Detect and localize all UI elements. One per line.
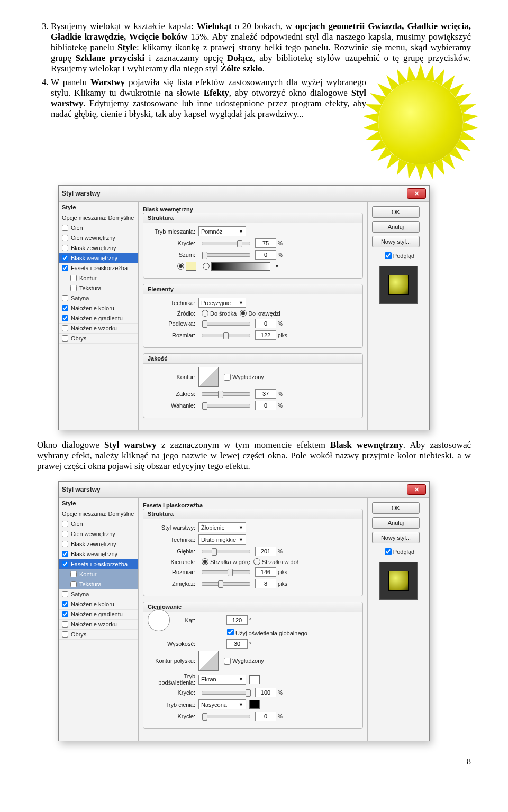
checkbox-icon[interactable]	[62, 531, 68, 537]
style-item[interactable]: Cień wewnętrzny	[59, 529, 138, 539]
cancel-button[interactable]: Anuluj	[372, 517, 420, 529]
checkbox-icon[interactable]	[62, 225, 68, 231]
style-item[interactable]: Nałożenie gradientu	[59, 610, 138, 620]
color-swatch[interactable]	[186, 262, 196, 271]
new-style-button[interactable]: Nowy styl...	[372, 532, 420, 543]
checkbox-icon[interactable]	[62, 541, 68, 547]
chevron-down-icon[interactable]: ▼	[275, 264, 279, 269]
checkbox-icon[interactable]	[62, 295, 68, 301]
size-slider[interactable]	[202, 334, 250, 337]
blend-mode-select[interactable]: Pomnóż▼	[198, 226, 246, 236]
opacity-slider[interactable]	[202, 242, 250, 245]
checkbox-icon[interactable]	[70, 275, 77, 281]
range-input[interactable]	[255, 389, 276, 399]
checkbox-icon[interactable]	[70, 285, 77, 291]
checkbox-icon[interactable]	[62, 601, 68, 607]
highlight-opacity-input[interactable]	[255, 688, 276, 697]
size-input[interactable]	[255, 567, 276, 577]
style-item[interactable]: Cień wewnętrzny	[59, 233, 138, 243]
shadow-mode-select[interactable]: Nasycona▼	[198, 699, 246, 709]
style-subitem[interactable]: Tekstura	[59, 283, 138, 293]
checkbox-icon[interactable]	[62, 265, 68, 271]
checkbox-icon[interactable]	[62, 245, 68, 251]
shadow-color-swatch[interactable]	[249, 700, 260, 709]
checkbox-icon[interactable]	[62, 551, 68, 557]
new-style-button[interactable]: Nowy styl...	[372, 236, 420, 247]
checkbox-icon[interactable]	[70, 571, 77, 577]
checkbox-icon[interactable]	[62, 315, 68, 321]
checkbox-icon[interactable]	[62, 335, 68, 342]
depth-slider[interactable]	[202, 550, 250, 553]
style-item[interactable]: Cień	[59, 519, 138, 529]
style-item[interactable]: Satyna	[59, 589, 138, 599]
angle-widget[interactable]	[148, 609, 170, 631]
checkbox-icon[interactable]	[62, 521, 68, 527]
checkbox-icon[interactable]	[70, 581, 77, 587]
radio-gradient[interactable]	[203, 263, 210, 270]
style-subitem[interactable]: Tekstura	[59, 579, 138, 589]
preview-checkbox[interactable]	[385, 548, 392, 555]
style-item[interactable]: Nałożenie wzorku	[59, 620, 138, 630]
range-slider[interactable]	[202, 392, 250, 396]
ok-button[interactable]: OK	[372, 206, 420, 218]
size-input[interactable]	[255, 330, 276, 340]
highlight-mode-select[interactable]: Ekran▼	[198, 675, 246, 685]
style-item[interactable]: Blask zewnętrzny	[59, 539, 138, 549]
style-item[interactable]: Nałożenie koloru	[59, 303, 138, 313]
gloss-contour-picker[interactable]	[198, 651, 219, 671]
preview-checkbox[interactable]	[385, 252, 392, 259]
checkbox-icon[interactable]	[62, 561, 68, 567]
gradient-bar[interactable]	[211, 262, 270, 271]
shadow-opacity-input[interactable]	[255, 712, 276, 721]
highlight-color-swatch[interactable]	[249, 675, 260, 684]
checkbox-icon[interactable]	[62, 235, 68, 241]
style-item[interactable]: Blask zewnętrzny	[59, 243, 138, 253]
radio-solid[interactable]	[177, 263, 184, 270]
close-icon[interactable]: ✕	[407, 188, 426, 199]
shadow-opacity-slider[interactable]	[202, 715, 250, 718]
altitude-input[interactable]	[226, 639, 248, 649]
radio-up[interactable]	[202, 558, 208, 565]
checkbox-icon[interactable]	[62, 631, 68, 638]
radio-edge[interactable]	[240, 310, 247, 317]
antialias-checkbox[interactable]	[224, 658, 231, 665]
jitter-slider[interactable]	[202, 404, 250, 408]
style-item[interactable]: Opcje mieszania: Domyślne	[59, 213, 138, 223]
titlebar[interactable]: Styl warstwy ✕	[59, 482, 429, 498]
depth-input[interactable]	[255, 547, 276, 556]
checkbox-icon[interactable]	[62, 611, 68, 617]
technique-select[interactable]: Dłuto miękkie▼	[198, 534, 246, 545]
radio-center[interactable]	[202, 310, 208, 317]
bevel-style-select[interactable]: Żłobienie▼	[198, 522, 246, 532]
style-subitem[interactable]: Kontur	[59, 273, 138, 283]
style-item-selected[interactable]: Faseta i płaskorzeźba	[59, 559, 138, 569]
contour-picker[interactable]	[198, 367, 219, 387]
style-item[interactable]: Obrys	[59, 630, 138, 640]
highlight-opacity-slider[interactable]	[202, 691, 250, 695]
style-subitem[interactable]: Kontur	[59, 569, 138, 579]
style-item[interactable]: Satyna	[59, 293, 138, 303]
style-item[interactable]: Nałożenie gradientu	[59, 313, 138, 324]
angle-input[interactable]	[226, 615, 248, 625]
style-item[interactable]: Cień	[59, 223, 138, 233]
checkbox-icon[interactable]	[62, 621, 68, 628]
soften-slider[interactable]	[202, 582, 250, 586]
style-item-selected[interactable]: Blask wewnętrzny	[59, 253, 138, 263]
checkbox-icon[interactable]	[62, 591, 68, 597]
soften-input[interactable]	[255, 579, 276, 588]
cancel-button[interactable]: Anuluj	[372, 221, 420, 233]
global-light-checkbox[interactable]	[227, 629, 234, 635]
style-item[interactable]: Faseta i płaskorzeźba	[59, 263, 138, 273]
close-icon[interactable]: ✕	[407, 484, 426, 495]
technique-select[interactable]: Precyzyjnie▼	[198, 298, 246, 308]
style-item[interactable]: Opcje mieszania: Domyślne	[59, 509, 138, 519]
style-item[interactable]: Obrys	[59, 334, 138, 344]
checkbox-icon[interactable]	[62, 305, 68, 311]
choke-input[interactable]	[255, 319, 276, 328]
titlebar[interactable]: Styl warstwy ✕	[59, 186, 429, 202]
noise-slider[interactable]	[202, 253, 250, 257]
jitter-input[interactable]	[255, 401, 276, 410]
checkbox-icon[interactable]	[62, 325, 68, 331]
opacity-input[interactable]	[255, 238, 276, 248]
radio-down[interactable]	[253, 558, 260, 565]
